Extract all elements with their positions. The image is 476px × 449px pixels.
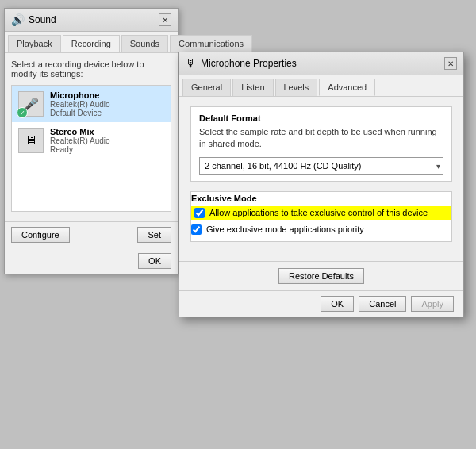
tab-sounds[interactable]: Sounds (121, 35, 168, 52)
sound-tab-bar: Playback Recording Sounds Communications (5, 32, 178, 53)
exclusive-priority-label: Give exclusive mode applications priorit… (206, 224, 364, 234)
stereo-mix-icon: 🖥 (18, 128, 44, 153)
device-list[interactable]: 🎤 ✓ Microphone Realtek(R) Audio Default … (11, 85, 171, 212)
sound-window: 🔊 Sound ✕ Playback Recording Sounds Comm… (4, 8, 178, 274)
format-dropdown-wrap: 2 channel, 16 bit, 44100 Hz (CD Quality)… (199, 157, 443, 175)
exclusive-control-checkbox[interactable] (194, 208, 205, 218)
microphone-sub2: Default Device (50, 109, 164, 117)
recording-description: Select a recording device below to modif… (11, 59, 171, 79)
device-item-stereo-mix[interactable]: 🖥 Stereo Mix Realtek(R) Audio Ready (12, 122, 171, 159)
sound-titlebar: 🔊 Sound ✕ (5, 9, 178, 32)
sound-window-title: Sound (29, 14, 56, 25)
mic-window-title: Microphone Properties (201, 58, 297, 69)
mic-tab-general[interactable]: General (182, 79, 231, 96)
mic-tab-levels[interactable]: Levels (275, 79, 318, 96)
exclusive-mode-title: Exclusive Mode (191, 194, 451, 203)
sound-ok-bar: OK (5, 248, 178, 274)
default-format-group: Default Format Select the sample rate an… (190, 106, 452, 182)
mic-restore-footer: Restore Defaults (179, 261, 463, 290)
microphone-icon-wrap: 🎤 ✓ (18, 91, 44, 117)
mic-tab-listen[interactable]: Listen (232, 79, 273, 96)
exclusive-mode-group: Exclusive Mode Allow applications to tak… (190, 191, 452, 242)
mic-advanced-content: Default Format Select the sample rate an… (179, 97, 463, 261)
sound-ok-button[interactable]: OK (138, 253, 171, 269)
stereo-mix-name: Stereo Mix (50, 127, 164, 136)
configure-button[interactable]: Configure (11, 227, 70, 243)
device-item-microphone[interactable]: 🎤 ✓ Microphone Realtek(R) Audio Default … (12, 86, 171, 122)
sound-tab-content: Select a recording device below to modif… (5, 53, 178, 218)
tab-recording[interactable]: Recording (63, 35, 120, 52)
stereo-mix-sub1: Realtek(R) Audio (50, 136, 164, 145)
mic-ok-button[interactable]: OK (321, 296, 354, 312)
mic-titlebar-left: 🎙 Microphone Properties (186, 57, 297, 70)
stereo-mix-info: Stereo Mix Realtek(R) Audio Ready (50, 127, 164, 154)
microphone-name: Microphone (50, 90, 164, 100)
exclusive-priority-checkbox[interactable] (191, 224, 202, 235)
tab-communications[interactable]: Communications (170, 35, 252, 52)
restore-defaults-button[interactable]: Restore Defaults (278, 268, 364, 284)
stereo-mix-sub2: Ready (50, 145, 164, 154)
default-format-desc: Select the sample rate and bit depth to … (199, 126, 443, 151)
set-button[interactable]: Set (137, 227, 171, 243)
default-format-title: Default Format (199, 113, 443, 123)
microphone-info: Microphone Realtek(R) Audio Default Devi… (50, 90, 164, 117)
checkbox1-row: Allow applications to take exclusive con… (191, 206, 451, 220)
sound-titlebar-left: 🔊 Sound (11, 13, 56, 26)
mic-apply-button[interactable]: Apply (411, 296, 454, 312)
tab-playback[interactable]: Playback (8, 35, 61, 52)
format-dropdown[interactable]: 2 channel, 16 bit, 44100 Hz (CD Quality)… (199, 157, 443, 175)
mic-cancel-button[interactable]: Cancel (359, 296, 406, 312)
mic-properties-window: 🎙 Microphone Properties ✕ General Listen… (178, 52, 464, 317)
sound-close-button[interactable]: ✕ (159, 13, 171, 26)
mic-tab-advanced[interactable]: Advanced (319, 79, 375, 96)
mic-titlebar: 🎙 Microphone Properties ✕ (179, 52, 463, 75)
default-check-icon: ✓ (17, 107, 28, 118)
sound-title-icon: 🔊 (11, 13, 25, 26)
sound-window-footer: Configure Set (5, 221, 178, 248)
mic-tab-bar: General Listen Levels Advanced (179, 75, 463, 97)
microphone-sub1: Realtek(R) Audio (50, 100, 164, 109)
exclusive-control-label: Allow applications to take exclusive con… (209, 208, 428, 217)
stereo-mix-icon-wrap: 🖥 (18, 128, 44, 153)
checkbox2-row: Give exclusive mode applications priorit… (191, 224, 451, 235)
mic-close-button[interactable]: ✕ (444, 57, 457, 70)
mic-title-icon: 🎙 (186, 57, 197, 70)
mic-ok-cancel-bar: OK Cancel Apply (179, 290, 463, 317)
